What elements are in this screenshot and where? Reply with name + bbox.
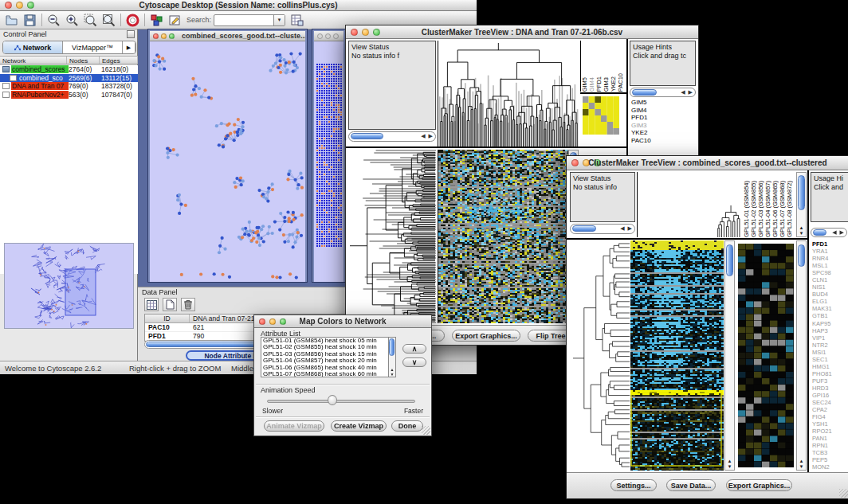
network-view-canvas[interactable] (150, 41, 305, 282)
network-tree-row[interactable]: DNA and Tran 07769(0)183728(0) (0, 82, 138, 91)
gene-label[interactable]: CLN1 (812, 276, 847, 283)
gene-label[interactable]: YKE2 (631, 129, 696, 137)
gene-label[interactable]: BUD4 (812, 291, 847, 298)
scroll-thumb[interactable] (798, 175, 805, 210)
gene-label[interactable]: RPN1 (812, 442, 847, 449)
scroll-thumb[interactable] (389, 338, 395, 356)
view-status-scrollbar[interactable]: ◀ ▶ (570, 224, 635, 234)
background-network-canvas[interactable] (314, 41, 344, 282)
treeview1-titlebar[interactable]: ClusterMaker TreeView : DNA and Tran 07-… (346, 25, 698, 39)
gene-label[interactable]: PAN1 (812, 435, 847, 442)
attribute-list-scrollbar[interactable]: ▲▼ (388, 337, 396, 377)
gene-list-scrollbar[interactable]: ▲▼ (796, 240, 807, 471)
save-session-icon[interactable] (23, 14, 37, 27)
export-graphics-button[interactable]: Export Graphics... (452, 330, 520, 342)
scroll-thumb[interactable] (813, 229, 826, 236)
new-document-icon[interactable] (163, 298, 177, 311)
gene-label[interactable]: GIM3 (631, 122, 696, 130)
search-input[interactable]: ▼ (214, 14, 285, 26)
gene-label[interactable]: PFD1 (631, 114, 696, 122)
gene-label[interactable]: PUF3 (812, 377, 847, 385)
scroll-thumb[interactable] (351, 133, 383, 139)
column-dendrogram-canvas[interactable] (637, 172, 742, 237)
network-table-icon[interactable] (290, 14, 304, 27)
animate-vizmap-button[interactable]: Animate Vizmap (264, 420, 324, 432)
zoom-selected-icon[interactable] (84, 14, 97, 27)
row-dendrogram-canvas[interactable] (570, 240, 630, 471)
heatmap-canvas[interactable] (438, 150, 568, 323)
trash-icon[interactable] (181, 298, 195, 311)
move-down-button[interactable]: ∨ (402, 357, 426, 367)
zoom-in-icon[interactable] (65, 14, 79, 27)
usage-hints-scrollbar[interactable]: ◀ ▶ (811, 228, 847, 237)
gene-label[interactable]: GIM4 (631, 107, 696, 115)
gene-label[interactable]: CPA2 (812, 406, 847, 413)
gene-label[interactable]: MON2 (812, 463, 847, 471)
network-frame-titlebar[interactable]: combined_scores_good.txt--cluste... (150, 31, 305, 41)
gene-label[interactable]: ELG1 (812, 298, 847, 305)
gene-label[interactable]: GTB1 (812, 312, 847, 319)
gene-label[interactable]: NIS1 (812, 283, 847, 291)
zoom-button[interactable] (333, 33, 339, 39)
scroll-arrows-icon[interactable]: ◀ ▶ (421, 133, 434, 139)
gene-label[interactable]: HRD3 (812, 385, 847, 392)
heatmap-canvas[interactable] (630, 240, 724, 471)
scroll-arrows-icon[interactable]: ▲▼ (389, 367, 395, 377)
gene-label[interactable]: VIP1 (812, 334, 847, 342)
zoom-fit-icon[interactable] (102, 14, 116, 27)
gene-label[interactable]: HAP3 (812, 327, 847, 334)
float-panel-icon[interactable] (127, 30, 135, 38)
settings-button[interactable]: Settings... (610, 479, 657, 491)
zoom-button[interactable] (169, 33, 175, 39)
gene-label[interactable]: NTR2 (812, 342, 847, 349)
gene-label[interactable]: GPI16 (812, 392, 847, 399)
attribute-item[interactable]: GPL51-07 (GSM868) heat shock 60 min (263, 371, 395, 377)
done-button[interactable]: Done (391, 420, 423, 432)
gene-label[interactable]: RNR4 (812, 255, 847, 262)
resize-grip[interactable] (839, 489, 848, 498)
scroll-thumb[interactable] (798, 244, 805, 267)
zoom-out-icon[interactable] (47, 14, 61, 27)
gene-label[interactable]: SEC24 (812, 399, 847, 406)
gene-label[interactable]: PAC10 (631, 137, 696, 145)
gene-label[interactable]: PEP5 (812, 456, 847, 463)
attribute-table-icon[interactable] (144, 298, 159, 311)
minimize-button[interactable] (161, 33, 167, 39)
row-dendrogram-canvas[interactable] (348, 150, 436, 323)
network-overview-canvas[interactable] (4, 243, 134, 329)
network-tree-row[interactable]: combined_scores2764(0)16218(0) (0, 65, 138, 74)
gene-label[interactable]: GIM5 (631, 99, 696, 107)
attribute-list[interactable]: GPL51-01 (GSM854) heat shock 05 minGPL51… (261, 337, 396, 377)
scroll-arrows-icon[interactable]: ◀ ▶ (620, 225, 633, 232)
close-button[interactable] (317, 33, 323, 39)
scroll-thumb[interactable] (572, 225, 596, 232)
edit-annotation-icon[interactable] (168, 14, 182, 27)
animation-speed-slider[interactable] (267, 400, 415, 403)
gene-label[interactable]: MSL1 (812, 262, 847, 269)
tab-overflow-arrow[interactable]: ▶ (123, 41, 135, 53)
treeview2-titlebar[interactable]: ClusterMaker TreeView : combined_scores_… (567, 156, 848, 170)
gene-label[interactable]: HMG1 (812, 363, 847, 370)
gene-label[interactable]: RPO21 (812, 428, 847, 435)
network-tree-row[interactable]: RNAPuberNov2+563(0)107847(0) (0, 91, 138, 100)
gene-label[interactable]: SPC98 (812, 269, 847, 276)
move-up-button[interactable]: ∧ (402, 344, 426, 354)
usage-hints-scrollbar[interactable]: ◀ ▶ (630, 88, 696, 97)
background-network-frame[interactable] (312, 29, 345, 282)
scroll-thumb[interactable] (726, 244, 733, 276)
gene-label[interactable]: MSI1 (812, 349, 847, 356)
create-vizmap-button[interactable]: Create Vizmap (331, 420, 387, 432)
detail-heatmap-canvas[interactable] (738, 244, 794, 467)
gene-label[interactable]: TCB3 (812, 449, 847, 456)
gene-label[interactable]: FIG4 (812, 413, 847, 420)
gene-label[interactable]: PHO81 (812, 370, 847, 377)
tab-network[interactable]: Network (3, 41, 63, 53)
dialog-titlebar[interactable]: Map Colors to Network (254, 315, 431, 328)
scroll-arrows-icon[interactable]: ▲▼ (797, 459, 806, 470)
heatmap-vscrollbar[interactable]: ▲▼ (724, 240, 735, 471)
main-titlebar[interactable]: Cytoscape Desktop (Session Name: collins… (0, 0, 477, 11)
minimize-button[interactable] (325, 33, 331, 39)
scroll-thumb[interactable] (632, 89, 657, 96)
vizmapper-icon[interactable] (150, 14, 163, 27)
column-dendrogram-canvas[interactable] (438, 41, 579, 148)
